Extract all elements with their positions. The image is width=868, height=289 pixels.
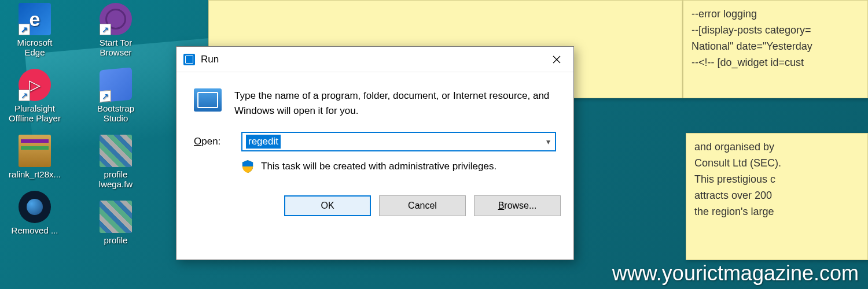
cancel-button[interactable]: Cancel xyxy=(379,195,466,216)
desktop-icon-removed[interactable]: Removed ... xyxy=(6,191,64,235)
run-dialog: Run Type the name of a program, folder, … xyxy=(176,46,574,260)
desktop-icon-ralink[interactable]: ralink_rt28x... xyxy=(6,135,64,179)
desktop-icon-pluralsight[interactable]: ▷↗ Pluralsight Offline Player xyxy=(6,69,64,123)
icon-label: profile xyxy=(87,235,145,245)
close-button[interactable] xyxy=(542,48,571,71)
open-combobox[interactable]: regedit ▾ xyxy=(241,132,556,151)
icon-label: profile lwega.fw xyxy=(87,169,145,189)
sticky-line: the region's large xyxy=(694,204,859,220)
ok-button[interactable]: OK xyxy=(284,195,371,216)
sticky-line: --<!-- [do_widget id=cust xyxy=(692,55,859,71)
desktop-icon-profile[interactable]: profile xyxy=(87,201,145,245)
sticky-note-code[interactable]: --error logging --[display-posts categor… xyxy=(683,0,868,98)
shield-icon xyxy=(241,160,254,173)
window-title: Run xyxy=(201,54,542,65)
sticky-line: This prestigious c xyxy=(694,172,859,188)
chevron-down-icon[interactable]: ▾ xyxy=(546,137,550,146)
titlebar[interactable]: Run xyxy=(176,47,573,72)
icon-label: Microsoft Edge xyxy=(6,38,64,57)
sticky-line: --error logging xyxy=(692,6,859,23)
desktop-icon-profile-lwega[interactable]: profile lwega.fw xyxy=(87,135,145,189)
desktop-icon-bootstrap[interactable]: ↗ Bootstrap Studio xyxy=(87,69,145,123)
open-label: Open: xyxy=(194,136,231,147)
icon-label: Start Tor Browser xyxy=(87,38,145,57)
shortcut-arrow-icon: ↗ xyxy=(19,90,30,101)
sticky-note-text[interactable]: and organised by Consult Ltd (SEC). This… xyxy=(686,133,868,260)
shortcut-arrow-icon: ↗ xyxy=(19,24,30,35)
icon-label: ralink_rt28x... xyxy=(6,169,64,179)
combobox-value: regedit xyxy=(246,135,281,149)
close-icon xyxy=(553,55,561,64)
desktop-icons: e↗ Microsoft Edge ▷↗ Pluralsight Offline… xyxy=(6,3,145,245)
run-icon xyxy=(183,54,195,65)
desktop-icon-tor[interactable]: ↗ Start Tor Browser xyxy=(87,3,145,57)
admin-privileges-note: This task will be created with administr… xyxy=(261,161,496,172)
browse-button[interactable]: Browse... xyxy=(474,195,561,216)
sticky-line: --[display-posts category= xyxy=(692,23,859,39)
shortcut-arrow-icon: ↗ xyxy=(100,24,111,35)
sticky-line: attracts over 200 xyxy=(694,188,859,204)
sticky-line: Consult Ltd (SEC). xyxy=(694,155,859,172)
icon-label: Bootstrap Studio xyxy=(87,103,145,123)
sticky-line: and organised by xyxy=(694,139,859,155)
icon-label: Pluralsight Offline Player xyxy=(6,103,64,123)
shortcut-arrow-icon: ↗ xyxy=(100,90,111,103)
desktop-icon-edge[interactable]: e↗ Microsoft Edge xyxy=(6,3,64,57)
run-description: Type the name of a program, folder, docu… xyxy=(234,88,556,118)
watermark-text: www.yourictmagazine.com xyxy=(612,261,859,286)
run-large-icon xyxy=(194,88,222,112)
icon-label: Removed ... xyxy=(6,225,64,235)
sticky-line: National" date="Yesterday xyxy=(692,39,859,55)
